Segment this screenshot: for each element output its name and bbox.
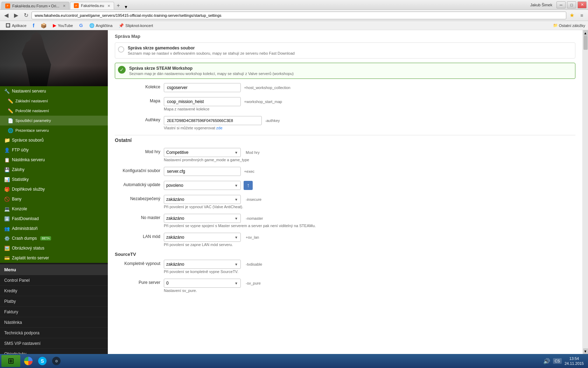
authkey-flag: -authkey	[265, 118, 280, 123]
forward-button[interactable]: ▶	[12, 11, 20, 20]
sidebar: 🔧 Nastavení serveru ✏️ Základní nastaven…	[0, 30, 108, 354]
menu2-orders[interactable]: Objednávky	[0, 349, 108, 354]
sidebar-item-presentation[interactable]: 🌐 Prezentace serveru	[0, 125, 108, 135]
tab1-close[interactable]: ×	[63, 3, 66, 8]
bookmark-youtube[interactable]: ▶ YouTube	[50, 22, 76, 29]
nezabezpeceny-label: Nezabezpečený	[115, 195, 160, 201]
address-bar[interactable]	[31, 12, 566, 19]
start-button[interactable]: ⊞	[1, 355, 20, 367]
tab1-favicon: F	[5, 4, 10, 8]
lanmod-sub: Při povolení se zapne LAN mód serveru.	[164, 243, 575, 247]
upload-icon[interactable]: ↑	[244, 181, 253, 190]
sidebar-item-files[interactable]: 📁 Správce souborů	[0, 135, 108, 145]
sidebar-item-startup[interactable]: 📄 Spouštěcí parametry	[0, 116, 108, 125]
menu2-support[interactable]: Technická podpora	[0, 328, 108, 338]
sidebar-item-advanced[interactable]: ✏️ Pokročilé nastavení	[0, 106, 108, 116]
bookmarks-bar: 🔲 Aplikace f 📦 ▶ YouTube G 🌐 Angličtina …	[0, 21, 588, 30]
modhry-select[interactable]: Competitive Casual Deathmatch Arms Race …	[164, 148, 241, 157]
kompletne-select-wrapper: zakázáno povoleno	[164, 260, 241, 269]
lang-badge: CS	[553, 358, 562, 364]
bookmark-slipknot[interactable]: 📌 Slipknot-koncert	[116, 22, 156, 29]
tab-1[interactable]: F FakaHeda.eu Forum • Ori... ×	[1, 2, 69, 9]
sidebar-item-pay[interactable]: 💳 Zaplatit tento server	[0, 253, 108, 263]
scroll-down[interactable]: ▼	[583, 348, 588, 354]
sidebar-item-stats[interactable]: 📊 Statistiky	[0, 175, 108, 184]
bookmark-aplikace[interactable]: 🔲 Aplikace	[3, 22, 29, 29]
addons-label: Doplňkové služby	[12, 187, 45, 192]
volume-icon[interactable]: 🔊	[543, 358, 550, 364]
taskbar-skype[interactable]: S	[36, 355, 49, 367]
modhry-input-wrap: Competitive Casual Deathmatch Arms Race …	[164, 148, 575, 162]
lanmod-select[interactable]: zakázáno povoleno	[164, 233, 241, 242]
konfig-row: Konfigurační soubor +exec	[115, 167, 575, 176]
scrollbar[interactable]: ▲ ▼	[582, 30, 588, 354]
chrome-icon	[24, 357, 33, 365]
chrome-menu-button[interactable]: ≡	[578, 11, 586, 20]
google-icon: G	[79, 23, 83, 28]
pay-icon: 💳	[4, 255, 10, 261]
menu2-faktury[interactable]: Faktury	[0, 307, 108, 317]
sidebar-item-basic[interactable]: ✏️ Základní nastavení	[0, 96, 108, 106]
nomaster-select[interactable]: zakázáno povoleno	[164, 214, 241, 223]
user-name: Jakub Šimek	[530, 3, 552, 7]
sidebar-item-crashdumps[interactable]: ⚙️ Crash dumps BETA	[0, 233, 108, 243]
mapa-input[interactable]	[164, 97, 241, 106]
konfig-input[interactable]	[164, 167, 241, 176]
sidebar-item-fastdownload[interactable]: ⬇️ FastDownload	[0, 214, 108, 224]
scroll-track[interactable]	[583, 36, 588, 348]
reload-button[interactable]: ↻	[22, 11, 30, 20]
sidebar-item-admins[interactable]: 👥 Administrátoři	[0, 224, 108, 233]
admins-icon: 👥	[4, 226, 10, 231]
main-content: Správa Map Správa skrze gamemodes soubor…	[108, 30, 582, 305]
tab-extra: ▼	[124, 5, 128, 9]
kompletne-select[interactable]: zakázáno povoleno	[164, 260, 241, 269]
new-tab-button[interactable]: +	[114, 2, 122, 9]
bans-label: Bany	[12, 197, 21, 202]
back-button[interactable]: ◀	[2, 11, 10, 20]
mapa-label: Mapa	[115, 97, 160, 103]
close-button[interactable]: ✕	[578, 1, 587, 8]
bookmark-unknown[interactable]: 📦	[38, 22, 49, 29]
pureserver-select[interactable]: 0 1 2	[164, 279, 241, 288]
radio-gamemodes[interactable]	[118, 46, 124, 53]
sidebar-item-ftp[interactable]: 👤 FTP účty	[0, 145, 108, 155]
authkey-link[interactable]: zde	[216, 126, 223, 130]
pureserver-row: Pure server 0 1 2 -sv_pure	[115, 279, 575, 293]
youtube-label: YouTube	[58, 23, 73, 28]
menu2-sms[interactable]: SMS VIP nastavení	[0, 338, 108, 349]
sidebar-item-console[interactable]: 💻 Konzole	[0, 204, 108, 214]
bookmark-star[interactable]: ★	[568, 11, 576, 20]
other-bookmarks[interactable]: 📁 Ostatní záložky	[553, 23, 585, 28]
authkey-input[interactable]	[164, 116, 262, 125]
kolekce-input[interactable]	[164, 83, 241, 92]
scroll-thumb[interactable]	[583, 36, 588, 50]
taskbar-steam[interactable]: ⚙	[50, 355, 63, 367]
tab2-close[interactable]: ×	[107, 3, 110, 8]
bookmark-facebook[interactable]: f	[30, 22, 37, 29]
sidebar-item-settings[interactable]: 🔧 Nastavení serveru	[0, 86, 108, 96]
tab-2[interactable]: F FakaHeda.eu ×	[70, 2, 114, 9]
menu2-kredity[interactable]: Kredity	[0, 286, 108, 296]
option2-title: Správa skrze STEAM Workshop	[129, 66, 572, 71]
minimize-button[interactable]: ─	[556, 1, 566, 8]
maximize-button[interactable]: □	[567, 1, 576, 8]
sidebar-item-addons[interactable]: 🎁 Doplňkové služby	[0, 184, 108, 194]
menu2-controlpanel[interactable]: Control Panel	[0, 275, 108, 286]
bookmark-anglictina[interactable]: 🌐 Angličtina	[86, 22, 115, 29]
taskbar-chrome[interactable]	[22, 355, 35, 367]
nomaster-label: No master	[115, 214, 160, 220]
scroll-up[interactable]: ▲	[583, 30, 588, 36]
nezabezpeceny-select[interactable]: zakázáno povoleno	[164, 195, 241, 204]
bookmark-google[interactable]: G	[76, 22, 85, 29]
menu2-nastennka[interactable]: Nástěnka	[0, 317, 108, 328]
sidebar-item-bans[interactable]: 🚫 Bany	[0, 194, 108, 204]
divider1	[115, 135, 575, 135]
pay-label: Zaplatit tento server	[12, 255, 49, 260]
sidebar-item-backups[interactable]: 💾 Zálohy	[0, 165, 108, 175]
startup-icon: 📄	[8, 118, 13, 123]
autoupdate-select[interactable]: povoleno zakázáno	[164, 181, 241, 190]
menu2-platby[interactable]: Platby	[0, 296, 108, 307]
sidebar-item-imgstatus[interactable]: 🖼️ Obrázkový status	[0, 243, 108, 253]
sidebar-item-board[interactable]: 📋 Nástěnka serveru	[0, 155, 108, 165]
checkmark-workshop[interactable]: ✓	[118, 66, 126, 74]
